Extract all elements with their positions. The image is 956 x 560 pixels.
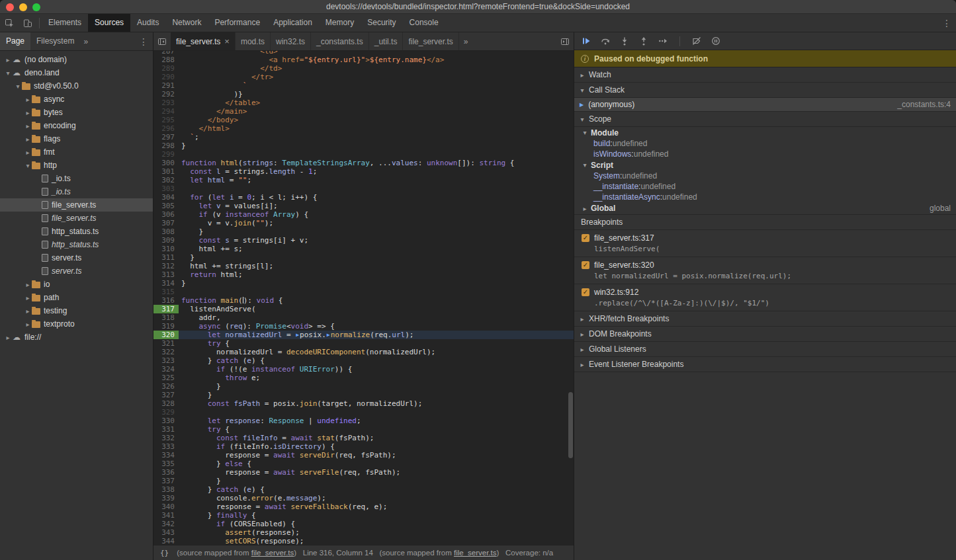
editor-tab-win32-ts[interactable]: win32.ts (271, 32, 311, 50)
step-into-icon[interactable] (619, 36, 630, 46)
line-number[interactable]: 319 (153, 322, 179, 331)
collapse-arrow-icon[interactable]: ▾ (581, 129, 589, 136)
tree-item-server-ts[interactable]: server.ts (0, 264, 153, 278)
devtools-menu-icon[interactable]: ⋮ (937, 14, 956, 32)
scope-group-module[interactable]: ▾Module (574, 127, 956, 138)
section-global-listeners[interactable]: ▸Global Listeners (574, 342, 956, 357)
tree-item-encoding[interactable]: ▸encoding (0, 119, 153, 132)
line-number[interactable]: 314 (153, 279, 179, 288)
code-editor[interactable]: 287 <td>288 <a href="${entry.url}">${ent… (153, 51, 574, 545)
line-number[interactable]: 324 (153, 365, 179, 374)
resume-script-icon[interactable] (581, 36, 591, 46)
tab-audits[interactable]: Audits (130, 14, 165, 32)
line-number[interactable]: 310 (153, 245, 179, 253)
line-number[interactable]: 317 (153, 305, 179, 313)
expand-arrow-icon[interactable]: ▸ (24, 281, 32, 288)
hide-navigator-icon[interactable] (153, 32, 171, 50)
tree-item-no-domain[interactable]: ▸☁(no domain) (0, 53, 153, 66)
line-number[interactable]: 296 (153, 124, 179, 133)
inspect-element-icon[interactable] (0, 14, 19, 32)
editor-tab-mod-ts[interactable]: mod.ts (236, 32, 271, 50)
pretty-print-icon[interactable]: {} (160, 549, 169, 557)
line-number[interactable]: 344 (153, 537, 179, 545)
breakpoint-entry[interactable]: ✓file_server.ts:320let normalizedUrl = p… (574, 257, 956, 284)
line-number[interactable]: 326 (153, 382, 179, 391)
tree-item-file-server-ts[interactable]: file_server.ts (0, 198, 153, 212)
line-number[interactable]: 311 (153, 253, 179, 262)
tab-elements[interactable]: Elements (42, 14, 88, 32)
line-number[interactable]: 301 (153, 167, 179, 176)
expand-arrow-icon[interactable]: ▸ (24, 294, 32, 301)
scope-group-global[interactable]: ▸Globalglobal (574, 202, 956, 215)
scope-variable[interactable]: __instantiateAsync: undefined (574, 192, 956, 202)
tree-item-http[interactable]: ▾http (0, 159, 153, 172)
section-watch[interactable]: ▸Watch (574, 67, 956, 83)
breakpoint-entry[interactable]: ✓win32.ts:912.replace(/^\/*([A-Za-z]:)(\… (574, 284, 956, 311)
tree-item-io-ts[interactable]: _io.ts (0, 185, 153, 198)
deactivate-breakpoints-icon[interactable] (691, 36, 702, 46)
expand-arrow-icon[interactable]: ▸ (24, 307, 32, 315)
line-number[interactable]: 340 (153, 502, 179, 511)
tree-item-textproto[interactable]: ▸textproto (0, 317, 153, 331)
line-number[interactable]: 339 (153, 494, 179, 502)
pause-on-exceptions-icon[interactable] (711, 36, 721, 46)
line-number[interactable]: 323 (153, 356, 179, 365)
collapse-arrow-icon[interactable]: ▾ (581, 161, 589, 169)
expand-arrow-icon[interactable]: ▸ (24, 122, 32, 130)
line-number[interactable]: 299 (153, 150, 179, 159)
line-number[interactable]: 288 (153, 56, 179, 64)
line-number[interactable]: 307 (153, 219, 179, 227)
line-number[interactable]: 309 (153, 236, 179, 245)
tree-item-path[interactable]: ▸path (0, 291, 153, 304)
line-number[interactable]: 312 (153, 262, 179, 270)
device-toolbar-icon[interactable] (19, 14, 37, 32)
line-number[interactable]: 308 (153, 227, 179, 236)
status-file-link[interactable]: file_server.ts (251, 549, 294, 557)
section-event-listener-breakpoints[interactable]: ▸Event Listener Breakpoints (574, 357, 956, 372)
close-window-button[interactable] (6, 3, 14, 11)
line-number[interactable]: 334 (153, 451, 179, 460)
section-dom-breakpoints[interactable]: ▸DOM Breakpoints (574, 327, 956, 342)
line-number[interactable]: 289 (153, 64, 179, 73)
scope-variable[interactable]: __instantiate: undefined (574, 181, 956, 192)
line-number[interactable]: 322 (153, 348, 179, 356)
tree-item-testing[interactable]: ▸testing (0, 304, 153, 317)
section-breakpoints[interactable]: Breakpoints (574, 215, 956, 230)
navigator-tab-filesystem[interactable]: Filesystem (30, 32, 80, 50)
collapse-arrow-icon[interactable]: ▾ (4, 69, 12, 77)
line-number[interactable]: 330 (153, 417, 179, 425)
editor-tab-constants-ts[interactable]: _constants.ts (311, 32, 369, 50)
line-number[interactable]: 293 (153, 99, 179, 107)
line-number[interactable]: 329 (153, 408, 179, 417)
line-number[interactable]: 343 (153, 528, 179, 537)
show-debugger-icon[interactable] (556, 32, 574, 50)
collapse-arrow-icon[interactable]: ▾ (24, 162, 32, 169)
line-number[interactable]: 294 (153, 107, 179, 116)
line-number[interactable]: 321 (153, 339, 179, 348)
line-number[interactable]: 290 (153, 73, 179, 81)
tree-item-flags[interactable]: ▸flags (0, 132, 153, 145)
tab-sources[interactable]: Sources (88, 14, 130, 32)
step-over-icon[interactable] (600, 36, 611, 46)
expand-arrow-icon[interactable]: ▸ (24, 136, 32, 143)
minimize-window-button[interactable] (19, 3, 27, 11)
step-icon[interactable] (658, 36, 668, 46)
tree-item-deno-land[interactable]: ▾☁deno.land (0, 66, 153, 79)
tree-item-io-ts[interactable]: _io.ts (0, 172, 153, 185)
tree-item-file[interactable]: ▸☁file:// (0, 331, 153, 344)
tab-console[interactable]: Console (403, 14, 445, 32)
tab-network[interactable]: Network (165, 14, 208, 32)
line-number[interactable]: 335 (153, 460, 179, 468)
status-file-link[interactable]: file_server.ts (454, 549, 497, 557)
tab-security[interactable]: Security (361, 14, 402, 32)
line-number[interactable]: 300 (153, 159, 179, 167)
scope-variable[interactable]: System: undefined (574, 171, 956, 181)
line-number[interactable]: 332 (153, 434, 179, 442)
expand-arrow-icon[interactable]: ▸ (24, 96, 32, 103)
line-number[interactable]: 333 (153, 442, 179, 451)
navigator-more-tabs-icon[interactable]: » (80, 37, 91, 46)
line-number[interactable]: 341 (153, 511, 179, 520)
tree-item-std-v0-50-0[interactable]: ▾std@v0.50.0 (0, 79, 153, 93)
line-number[interactable]: 315 (153, 288, 179, 296)
scope-variable[interactable]: isWindows: undefined (574, 149, 956, 159)
